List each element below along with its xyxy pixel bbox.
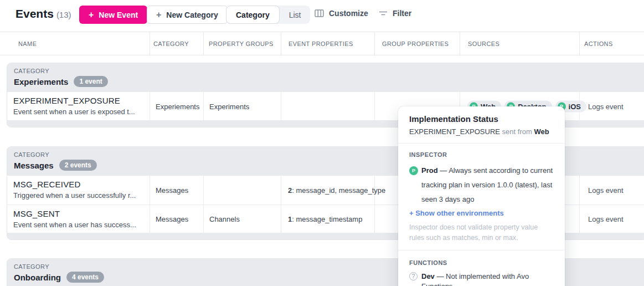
event-description: Event sent when a user has success... bbox=[13, 221, 136, 229]
category-name: Onboarding bbox=[14, 273, 61, 282]
cell-divider bbox=[579, 205, 580, 233]
actions-cell: Logs event bbox=[588, 186, 624, 195]
view-toggle: Category List bbox=[226, 6, 310, 24]
inspector-disclaimer: Inspector does not validate property val… bbox=[409, 222, 554, 243]
event-name: MSG_RECEIVED bbox=[13, 180, 136, 189]
cell-divider bbox=[150, 176, 150, 205]
column-divider bbox=[460, 32, 460, 55]
events-count: (13) bbox=[56, 10, 71, 19]
actions-cell: Logs event bbox=[588, 215, 624, 223]
event-name-cell: EXPERIMENT_EXPOSURE Event sent when a us… bbox=[13, 96, 135, 116]
show-other-environments-link[interactable]: + Show other environments bbox=[409, 207, 554, 219]
cell-divider bbox=[203, 92, 204, 120]
filter-button[interactable]: Filter bbox=[379, 9, 411, 18]
event-properties-cell: 2: message_id, message_type bbox=[288, 186, 385, 195]
filter-label: Filter bbox=[393, 9, 411, 18]
new-event-button[interactable]: + New Event bbox=[79, 6, 147, 24]
popover-header: Implementation Status EXPERIMENT_EXPOSUR… bbox=[398, 106, 565, 144]
popover-subtitle: EXPERIMENT_EXPOSURE sent from Web bbox=[409, 127, 554, 136]
customize-columns-icon bbox=[315, 9, 324, 18]
cell-divider bbox=[203, 176, 204, 205]
new-category-label: New Category bbox=[166, 11, 218, 19]
plus-icon: + bbox=[156, 11, 161, 19]
category-name: Messages bbox=[14, 161, 54, 170]
view-toggle-list[interactable]: List bbox=[280, 6, 311, 24]
event-properties-list: : message_timestamp bbox=[292, 215, 362, 223]
cell-divider bbox=[281, 176, 281, 205]
column-divider bbox=[374, 32, 375, 55]
customize-button[interactable]: Customize bbox=[315, 9, 368, 18]
category-kind-label: CATEGORY bbox=[14, 68, 640, 74]
cell-divider bbox=[579, 176, 580, 205]
implementation-status-popover: Implementation Status EXPERIMENT_EXPOSUR… bbox=[398, 106, 565, 286]
category-cell: Messages bbox=[156, 186, 188, 195]
inspector-section: INSPECTOR P Prod — Always sent according… bbox=[398, 144, 565, 250]
plus-icon: + bbox=[89, 11, 94, 19]
env-name: Dev bbox=[421, 272, 435, 280]
category-name: Experiements bbox=[14, 77, 68, 86]
event-description: Triggered when a user successfully r... bbox=[13, 191, 136, 200]
view-toggle-category[interactable]: Category bbox=[226, 6, 280, 24]
new-category-button[interactable]: + New Category bbox=[147, 6, 228, 24]
column-header-event-properties: EVENT PROPERTIES bbox=[288, 40, 353, 47]
cell-divider bbox=[374, 205, 375, 233]
functions-section-label: FUNCTIONS bbox=[409, 259, 554, 266]
event-name-cell: MSG_RECEIVED Triggered when a user succe… bbox=[13, 180, 136, 200]
column-divider bbox=[579, 32, 580, 55]
source-label: iOS bbox=[569, 102, 581, 110]
cell-divider bbox=[374, 92, 375, 120]
cell-divider bbox=[281, 92, 281, 120]
column-header-actions: ACTIONS bbox=[584, 40, 613, 47]
category-header-experiements[interactable]: CATEGORY Experiements 1 event bbox=[7, 63, 644, 92]
column-divider bbox=[150, 32, 150, 55]
env-name: Prod bbox=[421, 166, 438, 175]
prod-status-icon: P bbox=[409, 166, 418, 175]
column-header-property-groups: PROPERTY GROUPS bbox=[209, 40, 274, 47]
functions-dev-status: ? Dev — Not implemented with Avo Functio… bbox=[409, 272, 554, 286]
category-cell: Experiements bbox=[156, 102, 199, 110]
column-header-category: CATEGORY bbox=[153, 40, 189, 47]
popover-source-name: Web bbox=[534, 127, 549, 136]
event-properties-cell: 1: message_timestamp bbox=[288, 215, 362, 223]
inspector-section-label: INSPECTOR bbox=[409, 151, 554, 158]
popover-subtitle-text: sent from bbox=[500, 127, 534, 136]
column-header-sources: SOURCES bbox=[468, 40, 499, 47]
inspector-prod-status: P Prod — Always sent according to curren… bbox=[409, 164, 554, 207]
category-cell: Messages bbox=[156, 215, 188, 223]
column-divider bbox=[203, 32, 204, 55]
event-count-badge: 4 events bbox=[66, 272, 104, 283]
cell-divider bbox=[203, 205, 204, 233]
env-status-text: — Not implemented with Avo Functions bbox=[421, 272, 529, 286]
property-groups-cell: Channels bbox=[209, 215, 240, 223]
popover-event-name: EXPERIMENT_EXPOSURE bbox=[409, 127, 500, 136]
column-divider bbox=[281, 32, 281, 55]
cell-divider bbox=[150, 205, 150, 233]
column-header-group-properties: GROUP PROPERTIES bbox=[382, 40, 449, 47]
event-count-badge: 2 events bbox=[59, 160, 97, 171]
page-title: Events(13) bbox=[16, 7, 71, 21]
cell-divider bbox=[281, 205, 281, 233]
actions-cell: Logs event bbox=[588, 102, 624, 110]
column-header-name: NAME bbox=[18, 40, 37, 47]
env-status-text: — Always sent according to current track… bbox=[421, 166, 553, 203]
cell-divider bbox=[150, 92, 150, 120]
property-groups-cell: Experiments bbox=[209, 102, 249, 110]
event-name-cell: MSG_SENT Event sent when a user has succ… bbox=[13, 209, 136, 229]
event-count-badge: 1 event bbox=[74, 76, 107, 87]
table-header: NAME CATEGORY PROPERTY GROUPS EVENT PROP… bbox=[0, 32, 644, 55]
popover-title: Implementation Status bbox=[409, 114, 554, 124]
customize-label: Customize bbox=[329, 9, 368, 18]
event-description: Event sent when a user is exposed t... bbox=[13, 108, 135, 116]
new-event-label: New Event bbox=[99, 11, 138, 19]
page-title-text: Events bbox=[16, 7, 54, 20]
event-name: MSG_SENT bbox=[13, 209, 136, 218]
filter-icon bbox=[379, 9, 388, 17]
event-properties-list: : message_id, message_type bbox=[292, 186, 385, 195]
question-mark-icon: ? bbox=[409, 272, 418, 280]
functions-section: FUNCTIONS ? Dev — Not implemented with A… bbox=[398, 250, 565, 286]
event-name: EXPERIMENT_EXPOSURE bbox=[13, 96, 135, 105]
